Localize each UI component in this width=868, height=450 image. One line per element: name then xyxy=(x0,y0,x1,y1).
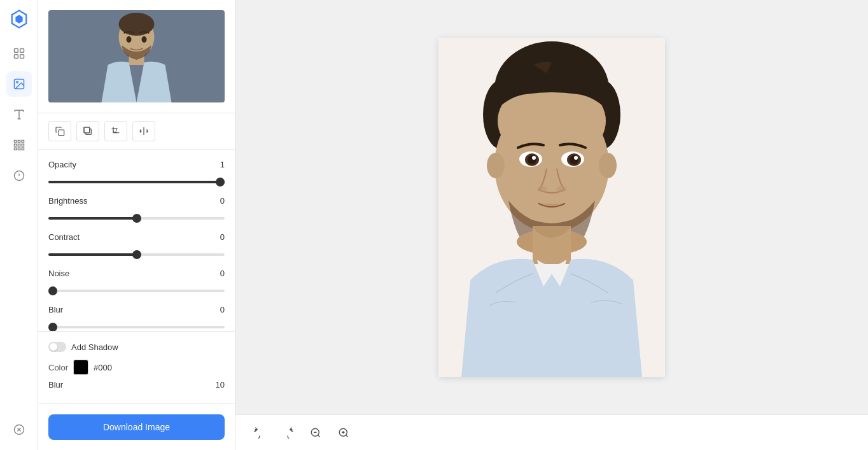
blur-group: Blur 0 xyxy=(48,305,225,331)
nav-item-close[interactable] xyxy=(6,417,32,442)
svg-rect-7 xyxy=(18,141,20,143)
nav-item-grid[interactable] xyxy=(6,41,32,66)
toggle-knob xyxy=(50,343,57,351)
download-area: Download Image xyxy=(38,404,235,450)
sidebar-panel: Opacity 1 Brightness 0 Contract 0 Noise xyxy=(38,0,235,450)
svg-point-21 xyxy=(127,36,132,43)
svg-rect-2 xyxy=(14,55,18,59)
bottom-toolbar xyxy=(235,414,868,450)
duplicate-button[interactable] xyxy=(76,121,99,141)
opacity-slider[interactable] xyxy=(48,181,225,183)
shadow-blur-row: Blur 10 xyxy=(48,380,225,390)
svg-rect-27 xyxy=(113,129,116,132)
shadow-section: Add Shadow Color #000 Blur 10 xyxy=(38,331,235,404)
app-logo xyxy=(8,8,31,31)
contrast-value: 0 xyxy=(220,232,225,242)
adjustments-panel: Opacity 1 Brightness 0 Contract 0 Noise xyxy=(38,150,235,331)
noise-slider[interactable] xyxy=(48,290,225,292)
nav-item-pattern[interactable] xyxy=(6,132,32,158)
opacity-value: 1 xyxy=(220,160,225,169)
svg-point-19 xyxy=(119,13,155,36)
svg-rect-0 xyxy=(14,49,18,53)
flip-button[interactable] xyxy=(132,121,155,141)
svg-point-35 xyxy=(599,153,617,178)
svg-point-22 xyxy=(142,36,147,43)
shadow-label: Add Shadow xyxy=(71,342,118,352)
svg-point-34 xyxy=(487,153,505,178)
svg-rect-6 xyxy=(14,141,16,143)
color-value: #000 xyxy=(94,363,112,372)
brightness-slider[interactable] xyxy=(48,217,225,220)
thumbnail-area xyxy=(38,0,235,113)
svg-rect-9 xyxy=(14,144,16,146)
blur-value: 0 xyxy=(220,305,225,314)
contrast-group: Contract 0 xyxy=(48,232,225,258)
shadow-blur-label: Blur xyxy=(48,380,63,390)
blur-slider[interactable] xyxy=(48,326,225,328)
color-swatch[interactable] xyxy=(73,360,88,375)
image-toolbar xyxy=(38,113,235,150)
noise-group: Noise 0 xyxy=(48,269,225,295)
brightness-group: Brightness 0 xyxy=(48,196,225,222)
blur-label: Blur xyxy=(48,305,63,314)
download-button[interactable]: Download Image xyxy=(48,414,225,440)
svg-point-43 xyxy=(574,156,578,160)
svg-rect-25 xyxy=(84,127,90,133)
svg-point-44 xyxy=(537,186,547,192)
svg-point-42 xyxy=(532,156,536,160)
undo-button[interactable] xyxy=(248,421,271,444)
canvas-image xyxy=(438,38,665,377)
contrast-label: Contract xyxy=(48,232,80,242)
svg-rect-10 xyxy=(18,144,20,146)
left-navigation xyxy=(0,0,38,450)
crop-button[interactable] xyxy=(104,121,127,141)
nav-item-info[interactable] xyxy=(6,163,32,188)
main-canvas-area xyxy=(235,0,868,450)
svg-rect-3 xyxy=(20,55,24,59)
canvas-area[interactable] xyxy=(235,0,868,414)
color-row: Color #000 xyxy=(48,360,225,375)
brightness-value: 0 xyxy=(220,196,225,206)
brightness-label: Brightness xyxy=(48,196,87,206)
svg-rect-11 xyxy=(22,144,24,146)
opacity-group: Opacity 1 xyxy=(48,160,225,186)
svg-rect-13 xyxy=(18,148,20,150)
shadow-toggle[interactable] xyxy=(48,342,66,352)
svg-point-5 xyxy=(16,81,17,83)
svg-point-45 xyxy=(556,186,566,192)
zoom-in-button[interactable] xyxy=(332,421,355,444)
noise-value: 0 xyxy=(220,269,225,278)
svg-rect-23 xyxy=(59,130,64,136)
shadow-blur-value: 10 xyxy=(216,380,225,390)
contrast-slider[interactable] xyxy=(48,253,225,256)
svg-rect-12 xyxy=(14,148,16,150)
svg-rect-8 xyxy=(22,141,24,143)
thumbnail-image xyxy=(48,10,225,102)
zoom-out-button[interactable] xyxy=(304,421,327,444)
nav-item-text[interactable] xyxy=(6,102,32,127)
svg-rect-14 xyxy=(22,148,24,150)
copy-button[interactable] xyxy=(48,121,71,141)
nav-item-image[interactable] xyxy=(6,71,32,97)
opacity-label: Opacity xyxy=(48,160,76,169)
color-label: Color xyxy=(48,363,68,372)
noise-label: Noise xyxy=(48,269,69,278)
redo-button[interactable] xyxy=(276,421,299,444)
svg-rect-1 xyxy=(20,49,24,53)
